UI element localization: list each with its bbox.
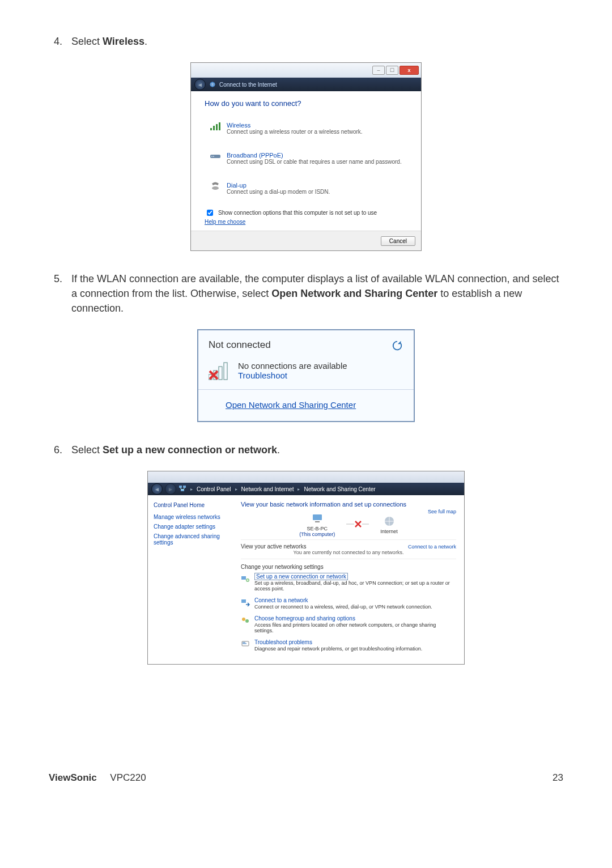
open-sharing-center-link[interactable]: Open Network and Sharing Center — [198, 390, 414, 421]
connect-icon — [241, 598, 250, 607]
node-sublabel: (This computer) — [299, 531, 335, 537]
svg-point-8 — [212, 186, 219, 190]
troubleshoot-link[interactable]: Troubleshoot — [238, 371, 347, 380]
svg-rect-21 — [241, 576, 246, 580]
phone-icon — [210, 182, 221, 191]
task-title: Set up a new connection or network — [254, 573, 348, 580]
task-setup-connection[interactable]: Set up a new connection or network Set u… — [241, 573, 456, 592]
svg-rect-13 — [179, 486, 182, 488]
task-title: Troubleshoot problems — [254, 639, 422, 645]
node-label: Internet — [380, 529, 398, 534]
chevron-right-icon: ▸ — [296, 487, 301, 492]
step-text: Select Set up a new connection or networ… — [71, 442, 563, 457]
svg-rect-1 — [210, 128, 212, 130]
network-flyout: Not connected No connections are — [197, 329, 415, 422]
globe-icon — [209, 81, 216, 88]
task-subtitle: Set up a wireless, broadband, dial-up, a… — [254, 580, 456, 592]
main-panel: View your basic network information and … — [233, 495, 464, 664]
troubleshoot-icon — [241, 640, 250, 649]
step-5: 5. If the WLAN connection are available,… — [49, 271, 563, 316]
option-title: Dial-up — [227, 182, 330, 189]
task-homegroup[interactable]: Choose homegroup and sharing options Acc… — [241, 615, 456, 633]
breadcrumb[interactable]: Network and Sharing Center — [304, 486, 375, 492]
task-title: Choose homegroup and sharing options — [254, 615, 456, 622]
svg-rect-14 — [183, 486, 186, 488]
network-map: See full map SE-B-PC (This computer) — [241, 512, 456, 537]
disconnected-icon — [346, 519, 369, 530]
breadcrumb[interactable]: Control Panel — [197, 486, 231, 492]
step-number: 5. — [49, 271, 62, 316]
help-link[interactable]: Help me choose — [205, 219, 245, 225]
chevron-right-icon: ▸ — [189, 487, 194, 492]
main-heading: View your basic network information and … — [241, 501, 456, 508]
maximize-button[interactable]: ☐ — [386, 66, 398, 75]
sidebar: Control Panel Home Manage wireless netwo… — [148, 495, 233, 664]
flyout-title: Not connected — [209, 339, 271, 351]
chevron-right-icon: ▸ — [233, 487, 239, 492]
task-subtitle: Access files and printers located on oth… — [254, 622, 456, 633]
option-dialup[interactable]: Dial-up Connect using a dial-up modem or… — [205, 178, 407, 199]
step-number: 4. — [49, 34, 62, 49]
svg-rect-11 — [219, 367, 222, 380]
forward-button[interactable]: ► — [165, 483, 176, 495]
cancel-button[interactable]: Cancel — [381, 236, 415, 246]
svg-rect-16 — [313, 514, 322, 520]
window-titlebar: – ☐ x — [191, 63, 421, 78]
step-6: 6. Select Set up a new connection or net… — [49, 442, 563, 457]
close-button[interactable]: x — [400, 66, 419, 75]
nav-bar: ◄ Connect to the Internet — [191, 78, 421, 91]
svg-rect-12 — [224, 363, 227, 380]
option-title: Broadband (PPPoE) — [227, 152, 402, 159]
svg-rect-23 — [241, 599, 246, 603]
task-connect-network[interactable]: Connect to a network Connect or reconnec… — [241, 597, 456, 610]
option-broadband[interactable]: Broadband (PPPoE) Connect using DSL or c… — [205, 148, 407, 169]
footer-model: VPC220 — [110, 772, 146, 783]
figure-connect-dialog: – ☐ x ◄ Connect to the Internet How do y… — [49, 62, 563, 251]
signal-bars-icon — [210, 122, 221, 131]
window-titlebar — [148, 471, 464, 483]
sidebar-heading[interactable]: Control Panel Home — [154, 502, 227, 508]
step-text: If the WLAN connection are available, th… — [71, 271, 563, 316]
task-troubleshoot[interactable]: Troubleshoot problems Diagnose and repai… — [241, 639, 456, 652]
setup-icon — [241, 574, 250, 583]
page-number: 23 — [552, 772, 563, 784]
page-footer: ViewSonic VPC220 23 — [49, 772, 563, 784]
back-button[interactable]: ◄ — [194, 79, 206, 90]
option-subtitle: Connect using a dial-up modem or ISDN. — [227, 189, 330, 195]
homegroup-icon — [241, 616, 250, 625]
nav-bar: ◄ ► ▸ Control Panel ▸ Network and Intern… — [148, 483, 464, 495]
svg-point-24 — [242, 618, 245, 621]
change-settings-heading: Change your networking settings — [241, 564, 456, 570]
globe-icon — [383, 515, 396, 527]
svg-point-6 — [211, 156, 212, 157]
refresh-icon[interactable] — [391, 339, 403, 352]
see-full-map-link[interactable]: See full map — [428, 509, 456, 514]
show-options-checkbox-row: Show connection options that this comput… — [205, 208, 407, 218]
breadcrumb[interactable]: Network and Internet — [241, 486, 294, 492]
back-button[interactable]: ◄ — [151, 483, 163, 495]
no-signal-icon — [209, 361, 231, 380]
sidebar-link-advanced-sharing[interactable]: Change advanced sharing settings — [154, 533, 227, 546]
show-options-checkbox[interactable] — [207, 210, 213, 216]
task-subtitle: Connect or reconnect to a wireless, wire… — [254, 604, 432, 610]
dialog-title: Connect to the Internet — [219, 82, 277, 88]
svg-rect-17 — [315, 521, 320, 522]
svg-point-25 — [245, 619, 249, 623]
option-wireless[interactable]: Wireless Connect using a wireless router… — [205, 118, 407, 139]
footer-brand: ViewSonic — [49, 772, 97, 783]
active-networks-status: You are currently not connected to any n… — [241, 550, 456, 559]
option-subtitle: Connect using a wireless router or a wir… — [227, 129, 363, 135]
no-connections-text: No connections are available — [238, 361, 347, 371]
step-text: Select Wireless. — [71, 34, 563, 49]
svg-rect-3 — [216, 124, 218, 130]
minimize-button[interactable]: – — [372, 66, 385, 75]
dialog-footer: Cancel — [191, 231, 421, 250]
svg-rect-2 — [213, 126, 215, 130]
option-subtitle: Connect using DSL or cable that requires… — [227, 159, 402, 165]
checkbox-label: Show connection options that this comput… — [218, 210, 377, 216]
network-sharing-center-window: ◄ ► ▸ Control Panel ▸ Network and Intern… — [147, 471, 465, 665]
connect-network-link[interactable]: Connect to a network — [408, 544, 456, 550]
dialog-heading: How do you want to connect? — [205, 99, 407, 108]
sidebar-link-manage-wireless[interactable]: Manage wireless networks — [154, 514, 227, 520]
sidebar-link-change-adapter[interactable]: Change adapter settings — [154, 524, 227, 530]
